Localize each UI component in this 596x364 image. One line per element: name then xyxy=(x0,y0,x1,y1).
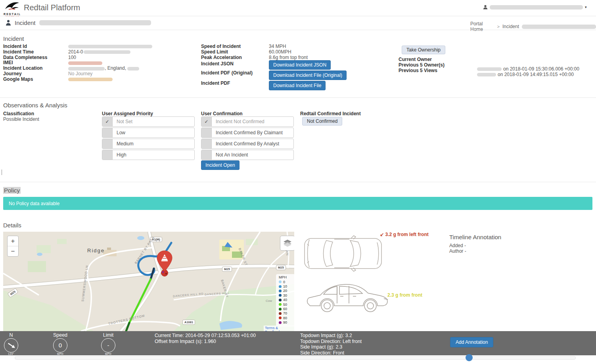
priority-option-low[interactable]: Low xyxy=(102,128,195,138)
side-impact-annotation: 2.3 g from front xyxy=(387,292,422,298)
offset-text: Offset from Impact (s): 1.960 xyxy=(155,339,256,345)
legend-dot xyxy=(279,312,282,315)
timeline-slider-handle[interactable] xyxy=(466,354,473,361)
priority-option-not-set[interactable]: ✓Not Set xyxy=(102,116,195,127)
side-impact-text: Side Impact (g): 2.3 xyxy=(300,344,362,350)
incident-heading: Incident xyxy=(3,35,24,42)
checkbox[interactable]: ✓ xyxy=(102,117,113,126)
incident-open-button[interactable]: Incident Open xyxy=(201,160,240,170)
zoom-in-button[interactable]: + xyxy=(8,236,18,246)
checkbox[interactable]: ✓ xyxy=(201,117,212,126)
page-title: Incident xyxy=(6,19,151,26)
confirmation-option-analyst[interactable]: Incident Confirmed By Analyst xyxy=(201,139,294,149)
checkbox[interactable] xyxy=(201,150,212,160)
policy-heading: Policy xyxy=(3,187,21,194)
priority-option-high[interactable]: High xyxy=(102,150,195,160)
zoom-out-button[interactable]: − xyxy=(8,246,18,256)
checkbox[interactable] xyxy=(102,139,113,149)
map-badge-a1081: A1081 xyxy=(182,320,195,325)
download-original-button[interactable]: Download Incident File (Original) xyxy=(269,71,347,80)
time-readout: Current Time: 2014-05-29 07:12:53.053 +0… xyxy=(155,333,256,344)
breadcrumb-portal-home-link[interactable]: Portal Home xyxy=(470,21,494,32)
redacted-incident-time xyxy=(84,50,130,54)
take-ownership-button[interactable]: Take Ownership xyxy=(402,46,445,54)
compass-dial xyxy=(4,338,18,353)
speed-gauge: Speed 0 MPH xyxy=(49,332,71,355)
compass-degrees: 124° xyxy=(0,353,22,355)
label-current-owner: Current Owner xyxy=(399,57,445,62)
legend-title: MPH xyxy=(279,275,294,279)
map-zoom-control: + − xyxy=(7,236,19,257)
completeness-value: 100 xyxy=(68,55,76,61)
incident-page: REDTAIL TELEMATICS Redtail Platform ▾ In… xyxy=(0,0,596,364)
legend-dot xyxy=(279,303,282,306)
map[interactable]: Ridge A1(M) M25 M25 M25 A1081 BARNET BY … xyxy=(3,232,294,331)
field-label-journey: Journey xyxy=(3,71,68,77)
car-side-icon xyxy=(302,278,393,314)
download-file-button[interactable]: Download Incident File xyxy=(269,81,326,90)
speed-dial-value: 0 xyxy=(53,338,67,353)
redacted-viewer-name xyxy=(477,67,502,71)
field-label-pdf-original: Incident PDF (Original) xyxy=(201,70,253,76)
topdown-impact-annotation: ↙ 3.2 g from left front xyxy=(380,232,429,237)
redacted-imei-link[interactable] xyxy=(68,61,102,65)
map-attribution-link[interactable]: Terms & Feedback xyxy=(264,326,294,331)
user-menu[interactable]: ▾ xyxy=(483,5,587,10)
limit-dial-value: - xyxy=(101,338,115,353)
redacted-viewer-name xyxy=(477,73,496,76)
legend-item: 30 xyxy=(279,293,294,297)
map-layers-button[interactable] xyxy=(280,236,294,251)
field-label-incident-json: Incident JSON xyxy=(201,61,234,67)
checkbox[interactable] xyxy=(201,128,212,137)
redtail-confirmed-label: Redtail Confirmed Incident xyxy=(300,111,361,116)
redacted-incident-title xyxy=(39,20,151,25)
field-label-incident-id: Incident Id xyxy=(3,44,68,50)
confirmation-option-claimant[interactable]: Incident Confirmed By Claimant xyxy=(201,128,294,138)
field-label-pdf: Incident PDF xyxy=(201,80,230,86)
label-prev-owners: Previous 5 Owner(s) xyxy=(399,62,445,68)
confirmation-option-not-confirmed[interactable]: ✓Incident Not Confirmed xyxy=(201,116,294,127)
confirmation-option-not-incident[interactable]: Not An Incident xyxy=(201,150,294,160)
field-label-speed-limit: Speed Limit xyxy=(201,50,269,55)
priority-option-medium[interactable]: Medium xyxy=(102,139,195,149)
redtail-logo: REDTAIL TELEMATICS xyxy=(3,1,21,17)
legend-item: 50 xyxy=(279,302,294,307)
legend-item: 60 xyxy=(279,307,294,311)
timeline-slider-track[interactable] xyxy=(15,356,576,360)
redacted-gmaps-link[interactable] xyxy=(68,78,113,81)
legend-dot xyxy=(279,285,282,288)
legend-item: 0 xyxy=(279,280,294,284)
ownership-labels: Current Owner Previous 5 Owner(s) Previo… xyxy=(399,57,445,73)
car-side-diagram xyxy=(302,278,393,316)
checkbox[interactable] xyxy=(102,128,113,137)
field-label-incident-time: Incident Time xyxy=(3,50,68,55)
breadcrumb-separator: > xyxy=(497,24,500,29)
redtail-bird-icon xyxy=(4,1,21,11)
app-title: Redtail Platform xyxy=(24,3,80,12)
policy-banner-text: No Policy data available xyxy=(3,197,592,206)
field-label-gmaps: Google Maps xyxy=(3,77,68,82)
legend-dot xyxy=(279,294,282,297)
redacted-postcode xyxy=(127,67,139,71)
current-time-text: Current Time: 2014-05-29 07:12:53.053 +0… xyxy=(155,333,256,339)
impact-readout: Topdown Impact (g): 3.2 Topdown Directio… xyxy=(300,333,362,356)
redacted-user-email xyxy=(490,5,583,10)
download-json-button[interactable]: Download Incident JSON xyxy=(269,60,331,70)
checkbox[interactable] xyxy=(201,139,212,149)
field-label-location: Incident Location xyxy=(3,66,68,71)
priority-options: ✓Not Set Low Medium High xyxy=(102,116,195,161)
topdown-impact-text: Topdown Impact (g): 3.2 xyxy=(300,333,362,339)
map-label-ridge: Ridge xyxy=(87,248,105,253)
incident-fields-left: Incident Id Incident Time2014-0 Data Com… xyxy=(3,44,152,82)
journey-value: No Journey xyxy=(68,71,92,77)
incident-fields-middle: Speed of Incident34 MPH Speed Limit60.00… xyxy=(201,44,308,60)
priority-group-label: User Assigned Priority xyxy=(102,111,153,116)
redtail-confirmed-button[interactable]: Not Confirmed xyxy=(302,117,342,126)
car-topdown-diagram xyxy=(303,234,383,274)
checkbox[interactable] xyxy=(102,150,113,160)
layers-icon xyxy=(284,240,291,247)
add-annotation-button[interactable]: Add Annotation xyxy=(450,337,493,347)
incident-time-prefix: 2014-0 xyxy=(68,49,83,55)
field-label-peak-accel: Peak Acceleration xyxy=(201,55,269,61)
timeline-annotation-heading: Timeline Annotation xyxy=(449,234,501,240)
